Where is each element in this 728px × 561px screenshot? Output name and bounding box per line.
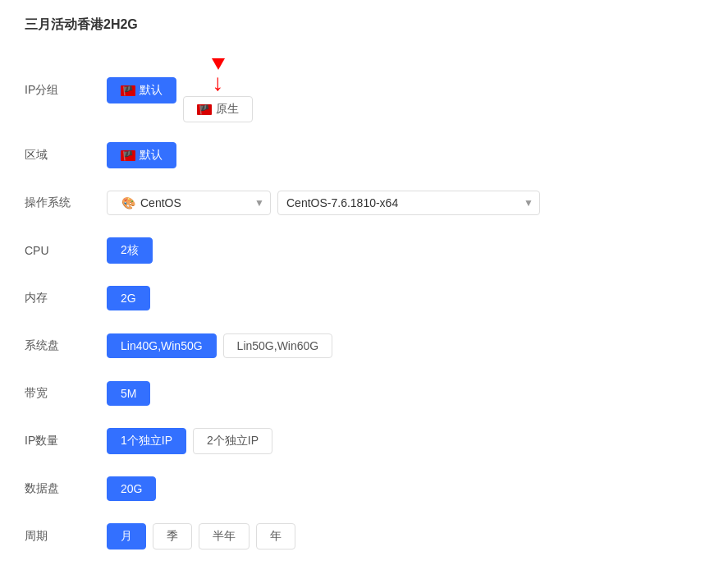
memory-options: 2G [107,286,703,310]
memory-2g-btn[interactable]: 2G [107,286,150,310]
region-options: 🏴 默认 [107,142,703,168]
os-label: 操作系统 [25,195,107,210]
region-row: 区域 🏴 默认 [25,140,703,170]
ip-group-row: IP分组 🏴 默认 ↓ 🏴 原生 [25,58,703,122]
period-row: 周期 月 季 半年 年 [25,522,703,551]
page-container: 三月活动香港2H2G IP分组 🏴 默认 ↓ 🏴 原生 区域 🏴 默认 [0,0,728,561]
period-year-btn[interactable]: 年 [256,523,295,550]
ip-count-options: 1个独立IP 2个独立IP [107,428,703,454]
disk-lin40g-btn[interactable]: Lin40G,Win50G [107,333,217,358]
os-version-select-wrapper: CentOS-7.6.1810-x64 CentOS-8.0-x64 CentO… [277,191,540,215]
hk-flag-icon-2: 🏴 [197,104,212,115]
disk-lin50g-btn[interactable]: Lin50G,Win60G [223,333,333,358]
bandwidth-label: 带宽 [25,386,107,401]
cpu-label: CPU [25,244,107,257]
ip-count-2-btn[interactable]: 2个独立IP [193,428,272,454]
red-arrow-icon: ↓ [212,58,225,94]
region-default-btn[interactable]: 🏴 默认 [107,142,176,168]
memory-label: 内存 [25,291,107,306]
disk-row: 系统盘 Lin40G,Win50G Lin50G,Win60G [25,331,703,361]
ip-count-label: IP数量 [25,434,107,448]
ip-group-default-btn[interactable]: 🏴 默认 [107,77,176,103]
memory-row: 内存 2G [25,283,703,313]
ip-count-1-btn[interactable]: 1个独立IP [107,428,186,454]
period-options: 月 季 半年 年 [107,523,703,550]
os-version-select[interactable]: CentOS-7.6.1810-x64 CentOS-8.0-x64 CentO… [277,191,540,215]
bandwidth-options: 5M [107,381,703,406]
cpu-2core-btn[interactable]: 2核 [107,237,153,264]
ip-group-options: 🏴 默认 ↓ 🏴 原生 [107,58,703,122]
page-title: 三月活动香港2H2G [25,16,703,34]
ip-group-native-btn[interactable]: 🏴 原生 [183,96,253,122]
data-disk-row: 数据盘 20G [25,474,703,504]
data-disk-label: 数据盘 [25,481,107,496]
bandwidth-5m-btn[interactable]: 5M [107,381,150,406]
period-label: 周期 [25,529,107,544]
os-select[interactable]: CentOS Ubuntu Debian Windows [107,191,271,215]
hk-flag-icon-3: 🏴 [121,150,135,161]
ip-count-row: IP数量 1个独立IP 2个独立IP [25,426,703,456]
period-month-btn[interactable]: 月 [107,523,146,550]
period-quarter-btn[interactable]: 季 [153,523,192,550]
os-select-wrapper: 🎨 CentOS Ubuntu Debian Windows ▼ [107,191,271,215]
hk-flag-icon: 🏴 [121,85,135,96]
data-disk-20g-btn[interactable]: 20G [107,476,156,501]
cpu-row: CPU 2核 [25,236,703,265]
data-disk-options: 20G [107,476,703,501]
native-btn-wrapper: ↓ 🏴 原生 [183,58,253,122]
ip-group-label: IP分组 [25,83,107,98]
disk-options: Lin40G,Win50G Lin50G,Win60G [107,333,703,358]
os-row: 操作系统 🎨 CentOS Ubuntu Debian Windows ▼ Ce… [25,188,703,218]
cpu-options: 2核 [107,237,703,264]
period-halfyear-btn[interactable]: 半年 [199,523,250,550]
os-options: 🎨 CentOS Ubuntu Debian Windows ▼ CentOS-… [107,191,703,215]
disk-label: 系统盘 [25,338,107,353]
region-label: 区域 [25,148,107,163]
bandwidth-row: 带宽 5M [25,379,703,408]
